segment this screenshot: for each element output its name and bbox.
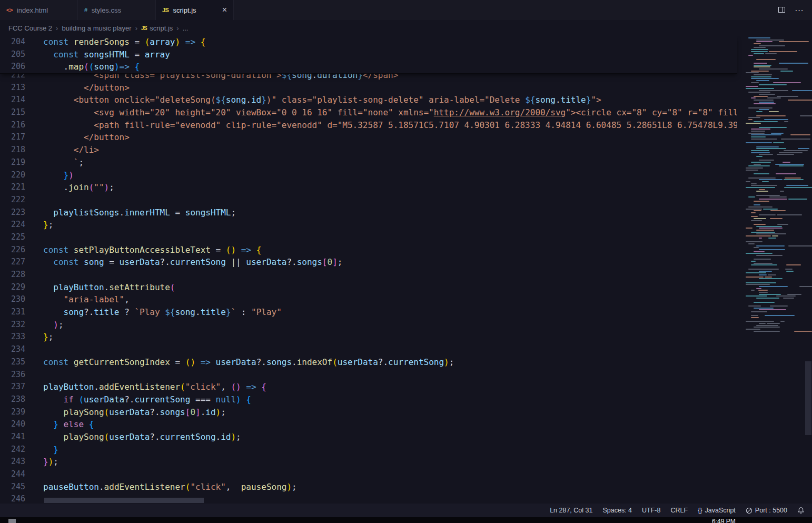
code-line[interactable]: 239 playSong(userData?.songs[0].id);	[0, 406, 737, 419]
line-number[interactable]: 230	[0, 293, 25, 306]
horizontal-scrollbar-thumb[interactable]	[44, 498, 204, 503]
breadcrumb-item-folder[interactable]: FCC Course 2	[8, 24, 52, 32]
line-number[interactable]: 204	[0, 36, 25, 48]
code-line[interactable]: 234	[0, 343, 737, 356]
line-number[interactable]: 215	[0, 106, 25, 119]
line-number[interactable]: 206	[0, 61, 25, 73]
code-line[interactable]: 224};	[0, 219, 737, 231]
indentation-setting[interactable]: Spaces: 4	[602, 507, 632, 514]
line-number[interactable]: 216	[0, 119, 25, 132]
sticky-line[interactable]: 205 const songsHTML = array	[0, 48, 737, 61]
line-number[interactable]: 245	[0, 481, 25, 494]
minimap-line	[745, 317, 804, 318]
tab-script-js[interactable]: JS script.js ×	[156, 0, 234, 20]
line-number[interactable]: 225	[0, 231, 25, 244]
vertical-scrollbar-thumb[interactable]	[805, 361, 811, 435]
code-line[interactable]: 221 .join("");	[0, 181, 737, 194]
sticky-line[interactable]: 204const renderSongs = (array) => {	[0, 36, 737, 48]
line-number[interactable]: 241	[0, 431, 25, 443]
code-line[interactable]: 218 </li>	[0, 144, 737, 156]
tab-index-html[interactable]: <> index.html	[0, 0, 78, 20]
code-line[interactable]: 231 song?.title ? `Play ${song.title}` :…	[0, 306, 737, 319]
code-line[interactable]: 227 const song = userData?.currentSong |…	[0, 256, 737, 269]
sticky-line[interactable]: 206 .map((song)=> {	[0, 61, 737, 73]
line-number[interactable]: 213	[0, 82, 25, 94]
line-number[interactable]: 234	[0, 343, 25, 356]
code-line[interactable]: 226const setPlayButtonAccessibleText = (…	[0, 244, 737, 256]
language-mode[interactable]: {} JavaScript	[698, 507, 736, 514]
horizontal-scrollbar[interactable]	[0, 498, 737, 503]
code-line[interactable]: 243});	[0, 456, 737, 468]
breadcrumb-item-folder[interactable]: building a music player	[62, 24, 131, 32]
line-number[interactable]: 229	[0, 281, 25, 294]
line-number[interactable]: 232	[0, 319, 25, 331]
more-actions-icon[interactable]: ···	[795, 6, 804, 15]
tab-styles-css[interactable]: # styles.css	[78, 0, 156, 20]
close-tab-icon[interactable]: ×	[222, 6, 227, 14]
code-line[interactable]: 213 </button>	[0, 82, 737, 94]
breadcrumb-item-symbol[interactable]: ...	[183, 24, 189, 32]
line-number[interactable]: 242	[0, 443, 25, 456]
code-line[interactable]: 245pauseButton.addEventListener("click",…	[0, 481, 737, 494]
split-editor-icon[interactable]	[778, 5, 785, 15]
code-line[interactable]: 244	[0, 468, 737, 481]
line-number[interactable]: 235	[0, 356, 25, 369]
line-number[interactable]: 231	[0, 306, 25, 319]
code-line[interactable]: 236	[0, 369, 737, 381]
code-line[interactable]: 216 <path fill-rule="evenodd" clip-rule=…	[0, 119, 737, 132]
code-line[interactable]: 214 <button onclick="deleteSong(${song.i…	[0, 94, 737, 106]
line-number[interactable]: 226	[0, 244, 25, 256]
eol-sequence[interactable]: CRLF	[670, 507, 688, 514]
code-line[interactable]: 219 `;	[0, 156, 737, 169]
line-number[interactable]: 237	[0, 381, 25, 393]
line-number[interactable]: 222	[0, 194, 25, 206]
code-line[interactable]: 242 }	[0, 443, 737, 456]
line-number[interactable]: 238	[0, 393, 25, 406]
taskbar-item[interactable]	[8, 519, 16, 523]
line-number[interactable]: 224	[0, 219, 25, 231]
line-number[interactable]: 240	[0, 418, 25, 431]
code-line[interactable]: 241 playSong(userData?.currentSong.id);	[0, 431, 737, 443]
line-number[interactable]: 219	[0, 156, 25, 169]
line-number[interactable]: 205	[0, 48, 25, 61]
minimap[interactable]	[745, 36, 804, 504]
line-number[interactable]: 218	[0, 144, 25, 156]
code-line[interactable]: 229 playButton.setAttribute(	[0, 281, 737, 294]
line-number[interactable]: 227	[0, 256, 25, 269]
code-line[interactable]: 238 if (userData?.currentSong === null) …	[0, 393, 737, 406]
code-line[interactable]: 225	[0, 231, 737, 244]
code-line[interactable]: 223 playlistSongs.innerHTML = songsHTML;	[0, 206, 737, 219]
line-number[interactable]: 214	[0, 94, 25, 106]
code-line[interactable]: 237playButton.addEventListener("click", …	[0, 381, 737, 393]
code-line[interactable]: 215 <svg width="20" height="20" viewBox=…	[0, 106, 737, 119]
encoding[interactable]: UTF-8	[642, 507, 660, 514]
code-line[interactable]: 240 } else {	[0, 418, 737, 431]
code-line[interactable]: 220 })	[0, 169, 737, 182]
live-server-port[interactable]: Port : 5500	[746, 507, 787, 514]
tab-label: script.js	[173, 6, 196, 14]
line-number[interactable]: 236	[0, 369, 25, 381]
code-line[interactable]: 222	[0, 194, 737, 206]
line-number[interactable]: 221	[0, 181, 25, 194]
code-line[interactable]: 228	[0, 269, 737, 281]
line-number[interactable]: 244	[0, 468, 25, 481]
notifications-bell-icon[interactable]	[797, 507, 805, 514]
code-editor[interactable]: 212 <span class="playlist-song-duration"…	[0, 36, 812, 504]
line-number[interactable]: 220	[0, 169, 25, 182]
line-number[interactable]: 233	[0, 331, 25, 343]
line-number[interactable]: 243	[0, 456, 25, 468]
vertical-scrollbar[interactable]	[805, 36, 812, 504]
code-line[interactable]: 232 );	[0, 319, 737, 331]
minimap-line	[745, 282, 804, 283]
code-line[interactable]: 235const getCurrentSongIndex = () => use…	[0, 356, 737, 369]
taskbar: 6:49 PM	[0, 517, 812, 523]
line-number[interactable]: 228	[0, 269, 25, 281]
cursor-position[interactable]: Ln 287, Col 31	[550, 507, 592, 514]
code-line[interactable]: 230 "aria-label",	[0, 293, 737, 306]
code-line[interactable]: 217 </button>	[0, 131, 737, 144]
code-line[interactable]: 233};	[0, 331, 737, 343]
line-number[interactable]: 223	[0, 206, 25, 219]
breadcrumb-item-file[interactable]: script.js	[150, 24, 173, 32]
line-number[interactable]: 217	[0, 131, 25, 144]
line-number[interactable]: 239	[0, 406, 25, 419]
